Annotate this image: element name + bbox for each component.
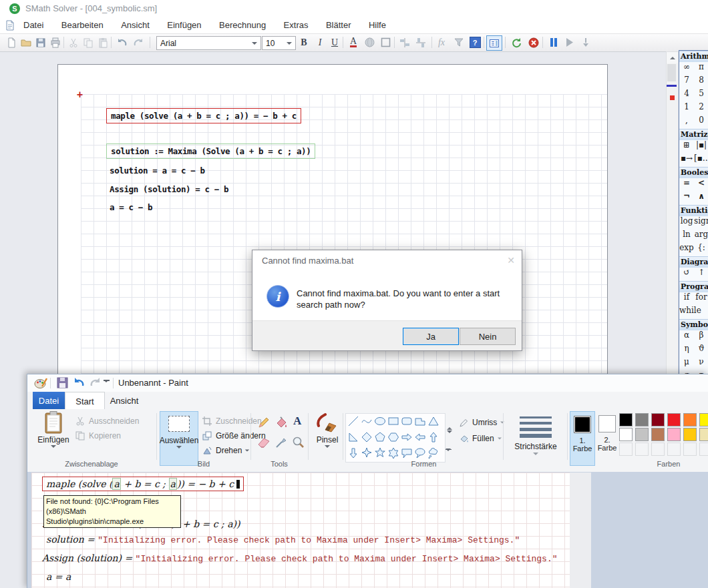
palette-item[interactable]: if <box>679 292 694 306</box>
font-color-button[interactable]: A <box>346 35 361 49</box>
shape-arrow-right[interactable] <box>400 430 413 445</box>
shape-diamond[interactable] <box>360 430 373 445</box>
tab-start[interactable]: Start <box>65 392 105 410</box>
palette-item[interactable]: exp <box>679 243 694 256</box>
menu-extras[interactable]: Extras <box>277 17 316 33</box>
math-region-assign[interactable]: Assign (solution) = c − b <box>110 184 228 194</box>
shape-arrow-up[interactable] <box>427 430 439 445</box>
brush-button[interactable]: Pinsel <box>311 411 344 465</box>
palette-item[interactable]: ▪→ <box>679 154 694 167</box>
palette-item[interactable]: 7 <box>679 75 694 89</box>
yes-button[interactable]: Ja <box>403 328 459 345</box>
palette-item[interactable]: μ <box>679 357 694 370</box>
palette-item[interactable]: ↑ <box>694 268 708 281</box>
math-region-solution[interactable]: solution = a = c − b <box>110 166 205 176</box>
palette-item[interactable]: , <box>679 115 694 129</box>
palette-item[interactable]: ⊞ <box>679 140 694 154</box>
shape-callout-cloud[interactable] <box>427 446 439 461</box>
palette-item[interactable]: ¬ <box>679 192 694 205</box>
redo-button[interactable] <box>131 35 146 49</box>
menu-bearbeiten[interactable]: Bearbeiten <box>54 17 111 33</box>
color-swatch[interactable] <box>635 413 649 426</box>
align-horizontal-button[interactable] <box>397 35 412 49</box>
underline-button[interactable]: U <box>327 35 342 49</box>
palette-item[interactable]: β <box>694 330 708 344</box>
palette-item[interactable]: ∞ <box>679 62 694 75</box>
shape-callout-oval[interactable] <box>413 446 426 461</box>
palette-item[interactable]: |▪| <box>694 140 708 154</box>
menu-berechnung[interactable]: Berechnung <box>212 17 273 33</box>
color-swatch[interactable] <box>683 428 697 441</box>
color-swatch[interactable] <box>651 428 665 441</box>
palette-item[interactable]: α <box>679 330 694 344</box>
palette-item[interactable]: ∧ <box>694 192 708 205</box>
qat-save-button[interactable] <box>57 377 68 388</box>
color-swatch[interactable] <box>667 428 681 441</box>
copy-icon[interactable] <box>81 35 96 49</box>
pause-button[interactable] <box>546 35 561 49</box>
step-button[interactable] <box>578 35 593 49</box>
outline-button[interactable]: Umriss <box>458 416 505 429</box>
shape-triangle[interactable] <box>427 414 439 428</box>
math-region-result[interactable]: a = c − b <box>110 202 152 212</box>
scroll-up-button[interactable] <box>667 52 678 63</box>
function-button[interactable]: fx <box>434 35 449 49</box>
close-icon[interactable]: ✕ <box>507 255 515 266</box>
palette-item[interactable]: arg <box>694 230 708 243</box>
palette-item[interactable]: ϑ <box>694 344 708 357</box>
empty-swatch[interactable] <box>619 443 633 456</box>
copy-button[interactable]: Kopieren <box>74 429 121 443</box>
resize-button[interactable]: Größe ändern <box>201 429 266 443</box>
empty-swatch[interactable] <box>651 443 665 456</box>
align-vertical-button[interactable] <box>413 35 428 49</box>
fill-tool[interactable] <box>275 416 288 429</box>
print-button[interactable] <box>48 35 63 49</box>
palette-item[interactable]: η <box>679 344 694 357</box>
palette-item[interactable]: {: <box>694 243 708 256</box>
paste-icon[interactable] <box>96 35 110 49</box>
magnifier-tool[interactable] <box>292 436 305 449</box>
math-region-maxima[interactable]: solution := Maxima (Solve (a + b = c ; a… <box>106 143 315 159</box>
undo-button[interactable] <box>115 35 130 49</box>
shape-polygon[interactable] <box>413 414 426 428</box>
text-tool[interactable]: A <box>293 414 301 428</box>
qat-undo-button[interactable] <box>73 377 85 388</box>
stroke-width-button[interactable]: Strichstärke <box>506 411 566 465</box>
font-family-select[interactable]: Arial <box>156 36 261 50</box>
shape-star-4[interactable] <box>360 446 373 461</box>
math-region-maple[interactable]: maple (solve (a + b = c ; a)) = − b + c <box>106 108 301 123</box>
menu-einfuegen[interactable]: Einfügen <box>160 17 208 33</box>
color-picker-tool[interactable] <box>275 436 288 449</box>
palette-item[interactable]: for <box>694 292 708 306</box>
palette-item[interactable]: ln <box>679 230 694 243</box>
font-size-select[interactable]: 10 <box>262 36 296 50</box>
palette-item[interactable]: < <box>694 178 708 192</box>
shape-right-triangle[interactable] <box>347 430 359 445</box>
color-swatch[interactable] <box>667 413 681 426</box>
color2-button[interactable]: 2. Farbe <box>595 411 619 465</box>
palette-item[interactable]: log <box>679 216 694 230</box>
shape-rectangle[interactable] <box>387 414 399 428</box>
shape-arrow-down[interactable] <box>347 446 359 461</box>
palette-item[interactable]: π <box>694 62 708 75</box>
cut-icon[interactable] <box>66 35 81 49</box>
tab-ansicht[interactable]: Ansicht <box>104 392 145 409</box>
run-button[interactable] <box>562 35 577 49</box>
no-button[interactable]: Nein <box>460 328 516 345</box>
palette-item[interactable]: [▪‥▪] <box>694 154 708 167</box>
shape-arrow-left[interactable] <box>413 430 426 445</box>
menu-ansicht[interactable]: Ansicht <box>114 17 157 33</box>
shape-rounded-rectangle[interactable] <box>400 414 413 428</box>
color1-button[interactable]: 1. Farbe <box>570 411 595 466</box>
palette-item[interactable]: 5 <box>694 89 708 102</box>
new-document-button[interactable] <box>4 35 19 49</box>
palette-item[interactable]: = <box>679 178 694 192</box>
color-swatch[interactable] <box>619 428 633 441</box>
palette-item[interactable]: ν <box>694 357 708 370</box>
bold-button[interactable]: B <box>297 35 311 49</box>
shape-pentagon[interactable] <box>373 430 386 445</box>
select-button[interactable]: Auswählen <box>160 411 198 466</box>
empty-swatch[interactable] <box>683 443 697 456</box>
globe-icon[interactable] <box>362 35 377 49</box>
menu-blaetter[interactable]: Blätter <box>319 17 359 33</box>
